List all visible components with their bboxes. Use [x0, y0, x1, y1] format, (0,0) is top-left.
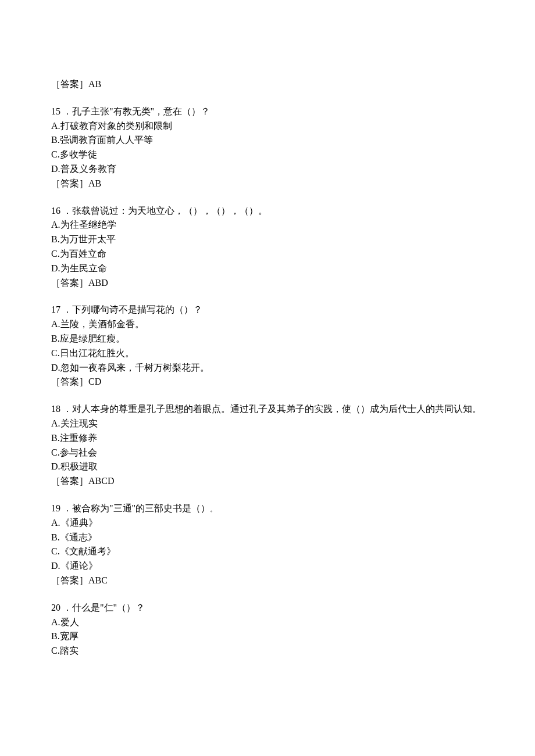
question-option: B.应是绿肥红瘦。 [51, 332, 484, 346]
question-option: B.强调教育面前人人平等 [51, 133, 484, 148]
question-option: C.为百姓立命 [51, 247, 484, 261]
question-option: C.踏实 [51, 644, 484, 658]
question-18: 18 ．对人本身的尊重是孔子思想的着眼点。通过孔子及其弟子的实践，使（）成为后代… [51, 402, 484, 489]
question-answer: ［答案］ABD [51, 276, 484, 291]
question-stem: 16 ．张载曾说过：为天地立心，（），（），（）。 [51, 204, 484, 218]
question-option: A.《通典》 [51, 516, 484, 531]
question-stem: 15 ．孔子主张"有教无类"，意在（）？ [51, 105, 484, 119]
question-option: B.为万世开太平 [51, 232, 484, 247]
question-option: A.打破教育对象的类别和限制 [51, 119, 484, 134]
stem-small-period: 。 [210, 505, 217, 513]
stem-text: 19 ．被合称为"三通"的三部史书是（） [51, 503, 210, 513]
question-stem: 19 ．被合称为"三通"的三部史书是（）。 [51, 501, 484, 516]
question-option: D.为生民立命 [51, 261, 484, 276]
question-option: D.普及义务教育 [51, 162, 484, 177]
question-option: B.注重修养 [51, 431, 484, 446]
question-option: A.兰陵，美酒郁金香。 [51, 317, 484, 332]
question-option: D.《通论》 [51, 559, 484, 574]
question-15: 15 ．孔子主张"有教无类"，意在（）？ A.打破教育对象的类别和限制 B.强调… [51, 105, 484, 191]
question-option: C.参与社会 [51, 446, 484, 460]
question-option: B.宽厚 [51, 629, 484, 644]
previous-answer: ［答案］AB [51, 77, 484, 92]
question-20: 20 ．什么是"仁"（）？ A.爱人 B.宽厚 C.踏实 [51, 601, 484, 658]
question-stem: 18 ．对人本身的尊重是孔子思想的着眼点。通过孔子及其弟子的实践，使（）成为后代… [51, 402, 484, 417]
question-stem: 17 ．下列哪句诗不是描写花的（）？ [51, 303, 484, 317]
question-16: 16 ．张载曾说过：为天地立心，（），（），（）。 A.为往圣继绝学 B.为万世… [51, 204, 484, 291]
question-answer: ［答案］AB [51, 177, 484, 191]
question-option: C.《文献通考》 [51, 544, 484, 559]
question-option: B.《通志》 [51, 531, 484, 545]
question-option: D.积极进取 [51, 460, 484, 474]
question-option: A.为往圣继绝学 [51, 218, 484, 232]
question-answer: ［答案］ABC [51, 574, 484, 588]
question-option: A.关注现实 [51, 417, 484, 431]
question-17: 17 ．下列哪句诗不是描写花的（）？ A.兰陵，美酒郁金香。 B.应是绿肥红瘦。… [51, 303, 484, 389]
question-stem: 20 ．什么是"仁"（）？ [51, 601, 484, 615]
question-option: C.多收学徒 [51, 148, 484, 162]
question-answer: ［答案］CD [51, 375, 484, 389]
question-19: 19 ．被合称为"三通"的三部史书是（）。 A.《通典》 B.《通志》 C.《文… [51, 501, 484, 588]
question-option: A.爱人 [51, 615, 484, 630]
question-option: D.忽如一夜春风来，千树万树梨花开。 [51, 361, 484, 375]
question-answer: ［答案］ABCD [51, 474, 484, 489]
question-option: C.日出江花红胜火。 [51, 346, 484, 361]
